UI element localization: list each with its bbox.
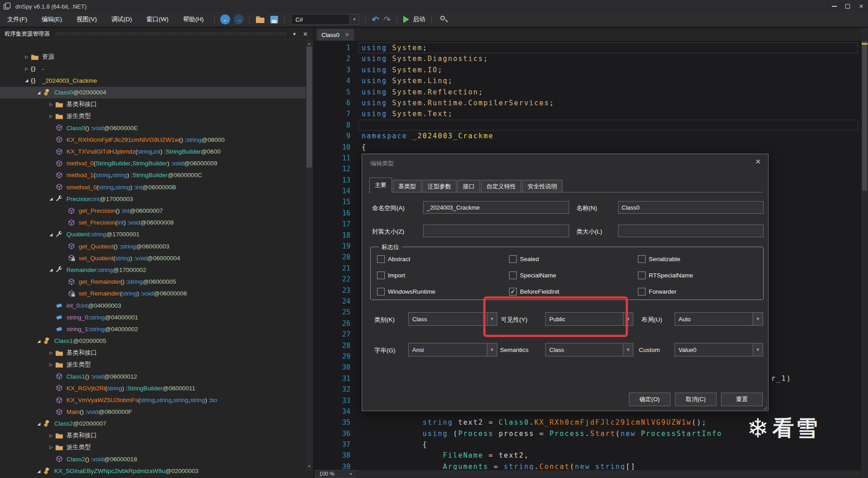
cancel-button[interactable]: 取消(C)	[675, 393, 717, 406]
code-line[interactable]: 2using System.Diagnostics;	[314, 53, 861, 64]
tree-item[interactable]: ◢Class0 @02000004	[0, 87, 306, 98]
chevron-down-icon[interactable]: ▼	[292, 32, 297, 37]
tree-item[interactable]: get_Precision() : int @06000007	[0, 205, 306, 216]
maximize-button[interactable]	[841, 0, 854, 12]
tree-expander-icon[interactable]: ◢	[47, 267, 55, 272]
search-icon[interactable]	[440, 15, 448, 23]
tree-item[interactable]: method_1(string, string) : StringBuilder…	[0, 169, 306, 181]
tree-item[interactable]: set_Remainder(string) : void @06000006	[0, 288, 306, 300]
checkbox-unchecked[interactable]	[377, 255, 385, 263]
combo-布局u[interactable]: Auto▼	[675, 312, 763, 326]
combo-custom[interactable]: Value0▼	[675, 343, 763, 356]
tree-item[interactable]: ◢Class2 @02000007	[0, 418, 306, 430]
tree-item[interactable]: ◢Quotient : string @17000001	[0, 229, 306, 240]
tree-expander-icon[interactable]: ▷	[47, 362, 55, 367]
tree-expander-icon[interactable]: ▷	[47, 445, 55, 450]
code-line[interactable]: 38 FileName = text2,	[314, 450, 861, 461]
start-debug-icon[interactable]	[403, 16, 409, 23]
scrollbar-thumb[interactable]	[307, 47, 312, 168]
tree-expander-icon[interactable]: ▷	[47, 433, 55, 438]
tree-expander-icon[interactable]: ▷	[23, 55, 31, 59]
tree-item[interactable]: ◢{}_2024003_Crackme	[0, 75, 306, 86]
tree-item[interactable]: smethod_0(string, string) : int @0600000…	[0, 181, 306, 193]
tab-close-icon[interactable]: ✕	[345, 32, 349, 38]
code-line[interactable]: 10{	[314, 142, 861, 153]
tree-vertical-scrollbar[interactable]: ▴ ▾	[306, 40, 313, 470]
dialog-tab-2[interactable]: 基类型	[393, 180, 421, 192]
flag-checkbox-windowsruntime[interactable]: WindowsRuntime	[377, 288, 435, 295]
undo-icon[interactable]: ↶	[372, 14, 379, 25]
tab-class0[interactable]: Class0 ✕	[317, 29, 354, 41]
tree-expander-icon[interactable]: ◢	[47, 232, 55, 237]
panel-close-icon[interactable]: ✕	[303, 31, 308, 37]
checkbox-unchecked[interactable]	[638, 272, 646, 279]
save-all-icon[interactable]	[270, 16, 278, 23]
reset-button[interactable]: 重置	[721, 393, 763, 406]
code-line[interactable]: 6using System.Runtime.CompilerServices;	[314, 98, 861, 108]
tree-item[interactable]: ▷基类和接口	[0, 98, 306, 110]
code-line[interactable]: 3using System.IO;	[314, 65, 861, 75]
tree-item[interactable]: set_Precision(int) : void @06000008	[0, 217, 306, 229]
combo-类别k[interactable]: Class▼	[408, 312, 497, 326]
tree-item[interactable]: string_1 : string @04000002	[0, 323, 306, 335]
flag-checkbox-forwarder[interactable]: Forwarder	[638, 288, 677, 295]
combo-可见性y[interactable]: Public▼	[545, 312, 633, 326]
redo-icon[interactable]: ↷	[383, 14, 391, 25]
tree-item[interactable]: ▷资源	[0, 51, 306, 63]
tree-item[interactable]: KX_RGVjb2Rl(string) : StringBuilder @060…	[0, 382, 306, 394]
minimize-button[interactable]	[827, 0, 841, 12]
ok-button[interactable]: 确定(O)	[629, 393, 670, 406]
menu-帮助H[interactable]: 帮助(H)	[176, 16, 211, 23]
menu-窗口W[interactable]: 窗口(W)	[139, 16, 176, 23]
chevron-down-icon[interactable]: ▼	[487, 313, 497, 325]
tree-item[interactable]: KX_VmVyaWZ5U2lnbmFs(string, string, stri…	[0, 394, 306, 406]
tree-expander-icon[interactable]: ◢	[35, 90, 43, 95]
checkbox-unchecked[interactable]	[638, 288, 646, 295]
chevron-down-icon[interactable]: ▼	[623, 313, 633, 325]
open-file-icon[interactable]	[256, 16, 265, 23]
tree-expander-icon[interactable]: ▷	[23, 66, 31, 71]
tree-item[interactable]: Class2() : void @06000018	[0, 453, 306, 465]
tree-item[interactable]: ▷基类和接口	[0, 430, 306, 441]
menu-调试D[interactable]: 调试(D)	[104, 16, 139, 23]
navigate-back-icon[interactable]: ←	[220, 14, 230, 24]
chevron-down-icon[interactable]: ▼	[487, 343, 497, 356]
editor-horizontal-scrollbar[interactable]	[357, 471, 859, 477]
tree-item[interactable]: int_0 : int @04000003	[0, 300, 306, 311]
tree-expander-icon[interactable]: ▷	[47, 114, 55, 118]
field-input[interactable]: _2024003_Crackme	[423, 201, 569, 214]
tree-item[interactable]: ◢Precision : int @17000003	[0, 193, 306, 205]
tree-item[interactable]: ◢Class1 @02000005	[0, 335, 306, 347]
checkbox-unchecked[interactable]	[638, 255, 646, 263]
tree-expander-icon[interactable]: ◢	[23, 78, 31, 83]
start-debug-label[interactable]: 启动	[413, 15, 425, 23]
menu-视图V[interactable]: 视图(V)	[69, 16, 104, 23]
scroll-up-icon[interactable]: ▴	[306, 41, 313, 46]
flag-checkbox-abstract[interactable]: Abstract	[377, 255, 410, 263]
dialog-tab-1[interactable]: 主要	[369, 178, 392, 192]
tree-item[interactable]: ◢KX_SGlnaEByZWNpc2lvbkRpdmlzaW9u @020000…	[0, 465, 306, 477]
chevron-down-icon[interactable]: ▼	[753, 343, 763, 356]
tree-item[interactable]: ▷{}-	[0, 63, 306, 75]
flag-checkbox-specialname[interactable]: SpecialName	[509, 272, 556, 279]
flag-checkbox-sealed[interactable]: Sealed	[509, 255, 539, 263]
checkbox-unchecked[interactable]	[377, 288, 385, 295]
code-line[interactable]: 8	[314, 120, 861, 131]
language-select[interactable]: C# ▼	[291, 14, 359, 25]
tree-item[interactable]: KX_TXVsdGlTdHJpbmdz(string, int) : Strin…	[0, 146, 306, 158]
tree-item[interactable]: Main() : void @0600000F	[0, 406, 306, 418]
tree-item[interactable]: get_Quotient() : string @06000003	[0, 240, 306, 252]
menu-文件F[interactable]: 文件(F)	[0, 16, 34, 23]
dialog-tab-5[interactable]: 自定义特性	[481, 180, 521, 192]
code-line[interactable]: 9namespace _2024003_Crackme	[314, 131, 861, 141]
code-line[interactable]: 39 Arguments = string.Concat(new string[…	[314, 461, 861, 470]
checkbox-unchecked[interactable]	[377, 272, 385, 279]
code-line[interactable]: 4using System.Linq;	[314, 75, 861, 86]
code-line[interactable]: 7using System.Text;	[314, 108, 861, 119]
tree-item[interactable]: Class0() : void @0600000E	[0, 122, 306, 134]
tree-item[interactable]: ▷派生类型	[0, 441, 306, 453]
tree-expander-icon[interactable]: ◢	[35, 339, 43, 343]
chevron-down-icon[interactable]: ▼	[349, 14, 359, 24]
tree-expander-icon[interactable]: ◢	[47, 197, 55, 201]
dialog-tab-6[interactable]: 安全性说明	[522, 180, 562, 192]
